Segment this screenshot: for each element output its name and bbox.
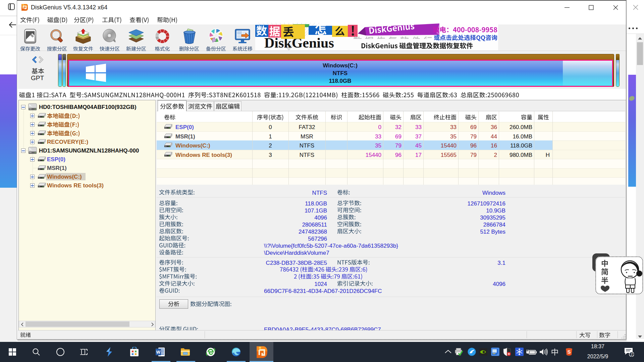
svg-text:S: S [567,349,571,355]
svg-text:2: 2 [631,352,633,356]
svg-text:i: i [497,353,498,355]
svg-text:W: W [156,350,161,355]
